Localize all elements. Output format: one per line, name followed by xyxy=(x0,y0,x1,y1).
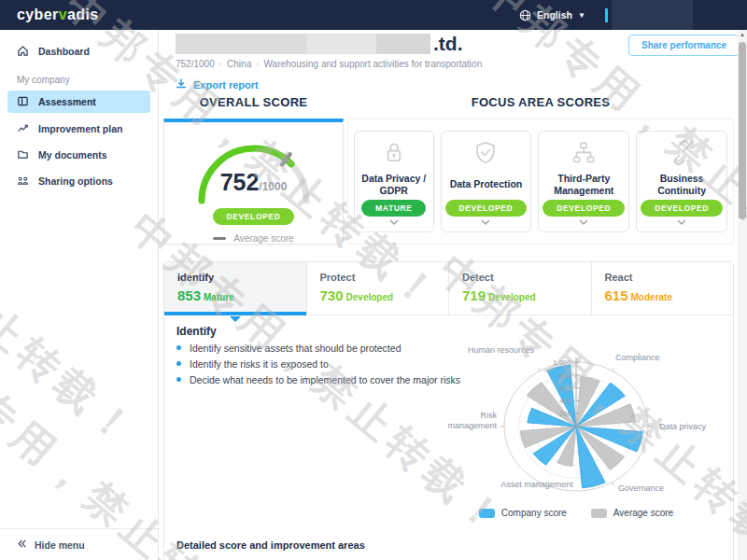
folder-icon xyxy=(17,148,29,162)
chevron-down-icon[interactable] xyxy=(579,219,588,225)
scroll-up-arrow[interactable]: ▲ xyxy=(738,32,747,37)
tab-protect[interactable]: Protect 730Developed xyxy=(307,262,450,315)
redaction-box xyxy=(376,34,430,54)
export-report-label: Export report xyxy=(193,79,259,91)
focus-card-badge: DEVELOPED xyxy=(543,200,625,217)
top-bar: cybervadis English ▼ xyxy=(0,0,747,30)
detailed-score-heading: Detailed score and improvement areas xyxy=(176,539,365,551)
focus-card-data-privacy-gdpr[interactable]: Data Privacy / GDPR MATURE xyxy=(354,131,434,232)
sidebar-item-dashboard[interactable]: Dashboard xyxy=(7,41,150,62)
tab-score: 615 xyxy=(605,287,628,303)
sidebar-item-my-documents[interactable]: My documents xyxy=(7,145,150,165)
chevron-down-icon[interactable] xyxy=(481,219,490,225)
cybervadis-logo[interactable]: cybervadis xyxy=(17,7,99,23)
average-score-legend: Average score xyxy=(164,233,343,244)
focus-card-third-party-management[interactable]: Third-Party Management DEVELOPED xyxy=(538,131,629,232)
chevron-down-icon: ▼ xyxy=(578,11,585,20)
sidebar-item-label: Dashboard xyxy=(38,46,90,57)
page-title: .td. xyxy=(176,32,463,56)
sidebar-item-sharing-options[interactable]: Sharing options xyxy=(7,171,150,191)
axis-label-asset-management: Asset management xyxy=(499,480,575,490)
focus-card-business-continuity[interactable]: Business Continuity DEVELOPED xyxy=(636,131,727,232)
redaction-box xyxy=(176,34,306,54)
identify-bullets: Identify sensitive assets that should be… xyxy=(176,340,460,387)
svg-text:200: 200 xyxy=(559,410,572,418)
tab-label: Protect xyxy=(320,272,449,283)
bullet-text: Identify sensitive assets that should be… xyxy=(190,343,401,354)
shield-check-icon xyxy=(472,139,500,167)
score-gauge: 752/1000 xyxy=(184,130,324,208)
focus-area-scores-heading: FOCUS AREA SCORES xyxy=(347,95,734,109)
focus-card-badge: DEVELOPED xyxy=(445,200,528,217)
header-highlight xyxy=(612,0,693,30)
tab-score: 730 xyxy=(320,287,344,303)
bullet-dot-icon xyxy=(176,361,181,366)
tab-identify[interactable]: identify 853Mature xyxy=(164,262,307,315)
export-report-link[interactable]: Export report xyxy=(176,78,259,91)
separator: · xyxy=(219,59,222,69)
sidebar-item-label: Improvement plan xyxy=(38,123,122,134)
chevron-down-icon[interactable] xyxy=(389,219,399,225)
sidebar-item-label: Sharing options xyxy=(38,175,113,187)
chevron-down-icon[interactable] xyxy=(677,219,686,225)
sidebar-item-assessment[interactable]: Assessment xyxy=(7,91,150,113)
axis-label-risk-management: Risk management xyxy=(443,411,497,431)
function-scores-card: identify 853Mature Protect 730Developed … xyxy=(163,261,734,560)
tab-score: 719 xyxy=(462,287,486,303)
double-chevron-left-icon xyxy=(17,539,27,551)
score-max: /1000 xyxy=(259,180,287,193)
scrollbar-thumb[interactable] xyxy=(739,42,746,219)
hide-menu-button[interactable]: Hide menu xyxy=(0,528,158,560)
overall-score-heading: OVERALL SCORE xyxy=(163,95,344,109)
sidebar-section-my-company: My company xyxy=(17,75,141,85)
average-score-label: Average score xyxy=(233,233,293,244)
logo-v-check-icon: v xyxy=(59,7,67,22)
identify-tab-content: Identify Identify sensitive assets that … xyxy=(164,315,733,560)
chart-legend: Company score Average score xyxy=(443,508,710,518)
tab-label: React xyxy=(605,272,734,283)
logo-text: cyber xyxy=(17,7,59,22)
focus-card-badge: MATURE xyxy=(361,200,426,217)
globe-icon xyxy=(519,9,531,21)
function-tabs: identify 853Mature Protect 730Developed … xyxy=(164,262,733,315)
axis-label-human-resources: Human resources xyxy=(467,345,534,356)
focus-card-badge: DEVELOPED xyxy=(641,200,723,217)
overall-score-card: 752/1000 DEVELOPED Average score xyxy=(163,119,344,245)
legend-label: Company score xyxy=(501,508,567,518)
chain-link-icon xyxy=(668,139,696,167)
app-window: cybervadis English ▼ Dashboard My compan… xyxy=(0,0,747,560)
language-label: English xyxy=(537,9,572,21)
focus-area-panel: Data Privacy / GDPR MATURE Data Protecti… xyxy=(347,119,734,245)
bullet-dot-icon xyxy=(176,345,181,350)
vertical-scrollbar[interactable]: ▲ xyxy=(738,30,747,560)
language-selector[interactable]: English ▼ xyxy=(519,0,585,30)
share-performance-button[interactable]: Share performance xyxy=(628,35,740,56)
axis-label-governance: Governance xyxy=(618,483,693,494)
tab-react[interactable]: React 615Moderate xyxy=(592,262,734,315)
sidebar-item-label: Assessment xyxy=(38,96,96,107)
tab-detect[interactable]: Detect 719Developed xyxy=(449,262,592,315)
tab-level: Developed xyxy=(346,292,394,302)
company-subtitle: 752/1000·China·Warehousing and support a… xyxy=(176,59,482,69)
svg-text:800: 800 xyxy=(559,371,572,380)
sidebar-item-improvement-plan[interactable]: Improvement plan xyxy=(7,119,150,139)
tab-label: identify xyxy=(177,272,306,283)
separator: · xyxy=(256,59,259,69)
focus-card-title: Business Continuity xyxy=(641,173,723,197)
sidebar: Dashboard My company Assessment Improvem… xyxy=(0,30,159,560)
org-chart-icon xyxy=(570,139,598,167)
tab-level: Moderate xyxy=(631,292,672,302)
home-icon xyxy=(17,45,29,59)
hide-menu-label: Hide menu xyxy=(35,539,85,551)
axis-label-data-privacy: Data privacy xyxy=(659,422,734,432)
tab-score: 853 xyxy=(177,287,201,303)
industry: Warehousing and support activities for t… xyxy=(264,59,483,69)
focus-card-title: Third-Party Management xyxy=(543,173,625,197)
country: China xyxy=(227,59,251,69)
bullet-text: Identify the risks it is exposed to xyxy=(190,358,329,370)
tab-level: Mature xyxy=(204,292,234,302)
domain-score-chart: 2004006008001,000 Human resources Compli… xyxy=(443,343,741,530)
focus-card-data-protection[interactable]: Data Protection DEVELOPED xyxy=(441,131,532,232)
bullet-dot-icon xyxy=(176,377,181,382)
focus-card-title: Data Protection xyxy=(450,173,523,197)
